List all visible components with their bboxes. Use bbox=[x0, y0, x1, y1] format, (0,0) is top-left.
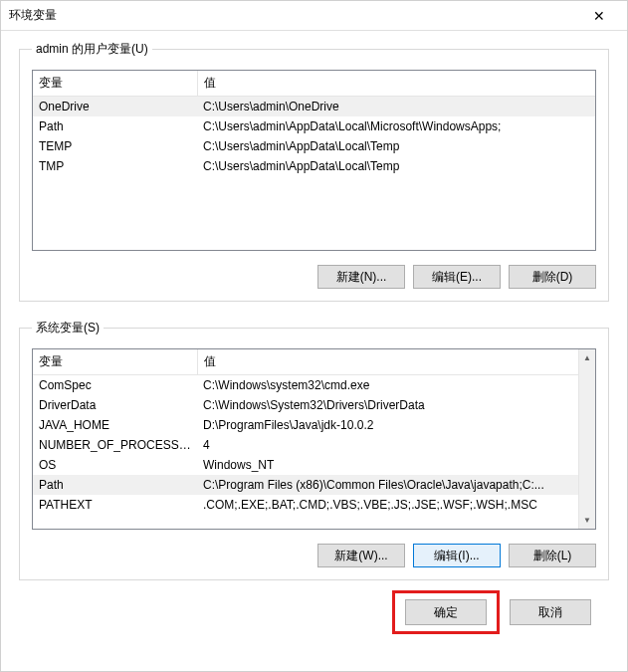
table-row[interactable]: PathC:\Users\admin\AppData\Local\Microso… bbox=[33, 116, 595, 136]
table-row[interactable]: ComSpecC:\Windows\system32\cmd.exe bbox=[33, 375, 578, 396]
system-vars-table[interactable]: 变量 值 ComSpecC:\Windows\system32\cmd.exeD… bbox=[33, 349, 578, 515]
cell-variable: OneDrive bbox=[33, 97, 197, 117]
col-header-value[interactable]: 值 bbox=[197, 71, 595, 97]
cell-value: D:\ProgramFiles\Java\jdk-10.0.2 bbox=[197, 415, 578, 435]
system-edit-button[interactable]: 编辑(I)... bbox=[413, 544, 501, 567]
cell-variable: NUMBER_OF_PROCESSORS bbox=[33, 435, 197, 455]
user-new-button[interactable]: 新建(N)... bbox=[317, 265, 405, 289]
col-header-value[interactable]: 值 bbox=[197, 349, 578, 375]
titlebar: 环境变量 ✕ bbox=[1, 1, 627, 31]
cell-value: C:\Windows\System32\Drivers\DriverData bbox=[197, 395, 578, 415]
cell-variable: Path bbox=[33, 116, 197, 136]
cell-value: C:\Users\admin\AppData\Local\Temp bbox=[197, 156, 595, 176]
cell-variable: OS bbox=[33, 455, 197, 475]
system-delete-button[interactable]: 删除(L) bbox=[509, 544, 596, 567]
table-row[interactable]: DriverDataC:\Windows\System32\Drivers\Dr… bbox=[33, 395, 578, 415]
table-row[interactable]: OneDriveC:\Users\admin\OneDrive bbox=[33, 97, 595, 117]
system-vars-table-box: 变量 值 ComSpecC:\Windows\system32\cmd.exeD… bbox=[32, 348, 596, 530]
cell-value: C:\Users\admin\OneDrive bbox=[197, 97, 595, 117]
cell-variable: Path bbox=[33, 475, 197, 495]
cell-variable: JAVA_HOME bbox=[33, 415, 197, 435]
user-vars-table[interactable]: 变量 值 OneDriveC:\Users\admin\OneDrivePath… bbox=[33, 71, 595, 176]
scroll-up-icon[interactable]: ▲ bbox=[579, 349, 595, 366]
user-vars-buttons: 新建(N)... 编辑(E)... 删除(D) bbox=[32, 265, 596, 289]
ok-highlight-box: 确定 bbox=[392, 590, 500, 634]
close-icon[interactable]: ✕ bbox=[579, 1, 619, 31]
table-row[interactable]: JAVA_HOMED:\ProgramFiles\Java\jdk-10.0.2 bbox=[33, 415, 578, 435]
env-vars-window: 环境变量 ✕ admin 的用户变量(U) 变量 值 OneDriveC:\Us… bbox=[0, 0, 628, 672]
table-row[interactable]: PATHEXT.COM;.EXE;.BAT;.CMD;.VBS;.VBE;.JS… bbox=[33, 495, 578, 515]
user-vars-group: admin 的用户变量(U) 变量 值 OneDriveC:\Users\adm… bbox=[19, 41, 609, 302]
col-header-variable[interactable]: 变量 bbox=[33, 71, 197, 97]
system-vars-group: 系统变量(S) 变量 值 ComSpecC:\Windows\system32\… bbox=[19, 320, 609, 580]
dialog-footer: 确定 取消 bbox=[19, 584, 609, 652]
cell-value: C:\Users\admin\AppData\Local\Microsoft\W… bbox=[197, 116, 595, 136]
user-vars-table-box: 变量 值 OneDriveC:\Users\admin\OneDrivePath… bbox=[32, 70, 596, 251]
table-row[interactable]: TEMPC:\Users\admin\AppData\Local\Temp bbox=[33, 136, 595, 156]
scroll-down-icon[interactable]: ▼ bbox=[579, 512, 595, 529]
table-row[interactable]: OSWindows_NT bbox=[33, 455, 578, 475]
user-vars-legend: admin 的用户变量(U) bbox=[32, 41, 152, 58]
cell-value: Windows_NT bbox=[197, 455, 578, 475]
col-header-variable[interactable]: 变量 bbox=[33, 349, 197, 375]
cell-value: 4 bbox=[197, 435, 578, 455]
cancel-button[interactable]: 取消 bbox=[510, 599, 591, 625]
window-body: admin 的用户变量(U) 变量 值 OneDriveC:\Users\adm… bbox=[1, 31, 627, 671]
ok-button[interactable]: 确定 bbox=[405, 599, 487, 625]
cell-value: C:\Windows\system32\cmd.exe bbox=[197, 375, 578, 396]
cell-variable: PATHEXT bbox=[33, 495, 197, 515]
cell-value: C:\Program Files (x86)\Common Files\Orac… bbox=[197, 475, 578, 495]
cell-variable: TMP bbox=[33, 156, 197, 176]
table-row[interactable]: TMPC:\Users\admin\AppData\Local\Temp bbox=[33, 156, 595, 176]
table-row[interactable]: PathC:\Program Files (x86)\Common Files\… bbox=[33, 475, 578, 495]
cell-value: .COM;.EXE;.BAT;.CMD;.VBS;.VBE;.JS;.JSE;.… bbox=[197, 495, 578, 515]
cell-variable: TEMP bbox=[33, 136, 197, 156]
cell-variable: ComSpec bbox=[33, 375, 197, 396]
cell-value: C:\Users\admin\AppData\Local\Temp bbox=[197, 136, 595, 156]
scrollbar[interactable]: ▲ ▼ bbox=[578, 349, 595, 529]
window-title: 环境变量 bbox=[9, 7, 579, 24]
user-edit-button[interactable]: 编辑(E)... bbox=[413, 265, 501, 289]
user-delete-button[interactable]: 删除(D) bbox=[509, 265, 596, 289]
system-vars-legend: 系统变量(S) bbox=[32, 320, 104, 336]
table-row[interactable]: NUMBER_OF_PROCESSORS4 bbox=[33, 435, 578, 455]
cell-variable: DriverData bbox=[33, 395, 197, 415]
system-new-button[interactable]: 新建(W)... bbox=[317, 544, 405, 567]
system-vars-buttons: 新建(W)... 编辑(I)... 删除(L) bbox=[32, 544, 596, 567]
